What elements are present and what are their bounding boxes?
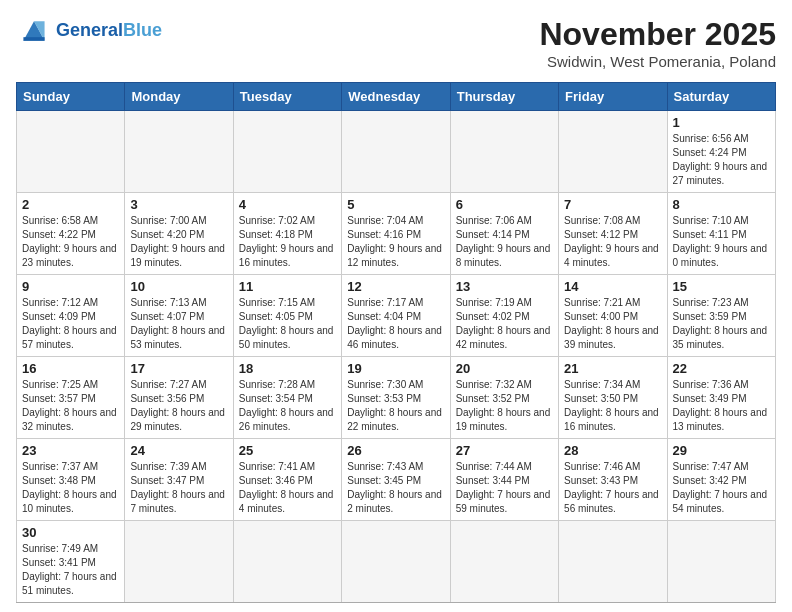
day-info: Sunrise: 7:44 AMSunset: 3:44 PMDaylight:…	[456, 460, 553, 516]
calendar-cell	[450, 111, 558, 193]
calendar-week-5: 23Sunrise: 7:37 AMSunset: 3:48 PMDayligh…	[17, 439, 776, 521]
calendar-cell	[559, 521, 667, 603]
calendar-cell: 14Sunrise: 7:21 AMSunset: 4:00 PMDayligh…	[559, 275, 667, 357]
day-info: Sunrise: 7:37 AMSunset: 3:48 PMDaylight:…	[22, 460, 119, 516]
calendar-cell: 18Sunrise: 7:28 AMSunset: 3:54 PMDayligh…	[233, 357, 341, 439]
day-number: 20	[456, 361, 553, 376]
calendar-cell: 4Sunrise: 7:02 AMSunset: 4:18 PMDaylight…	[233, 193, 341, 275]
calendar-week-2: 2Sunrise: 6:58 AMSunset: 4:22 PMDaylight…	[17, 193, 776, 275]
weekday-header-friday: Friday	[559, 83, 667, 111]
logo-blue-text: Blue	[123, 20, 162, 40]
calendar-cell	[17, 111, 125, 193]
calendar-cell: 2Sunrise: 6:58 AMSunset: 4:22 PMDaylight…	[17, 193, 125, 275]
day-info: Sunrise: 7:04 AMSunset: 4:16 PMDaylight:…	[347, 214, 444, 270]
day-info: Sunrise: 7:36 AMSunset: 3:49 PMDaylight:…	[673, 378, 770, 434]
calendar-cell: 19Sunrise: 7:30 AMSunset: 3:53 PMDayligh…	[342, 357, 450, 439]
day-info: Sunrise: 7:21 AMSunset: 4:00 PMDaylight:…	[564, 296, 661, 352]
calendar-cell: 10Sunrise: 7:13 AMSunset: 4:07 PMDayligh…	[125, 275, 233, 357]
weekday-header-thursday: Thursday	[450, 83, 558, 111]
day-info: Sunrise: 7:46 AMSunset: 3:43 PMDaylight:…	[564, 460, 661, 516]
day-info: Sunrise: 7:47 AMSunset: 3:42 PMDaylight:…	[673, 460, 770, 516]
day-info: Sunrise: 7:28 AMSunset: 3:54 PMDaylight:…	[239, 378, 336, 434]
calendar-cell: 23Sunrise: 7:37 AMSunset: 3:48 PMDayligh…	[17, 439, 125, 521]
day-number: 16	[22, 361, 119, 376]
calendar-cell: 6Sunrise: 7:06 AMSunset: 4:14 PMDaylight…	[450, 193, 558, 275]
day-number: 2	[22, 197, 119, 212]
calendar-week-6: 30Sunrise: 7:49 AMSunset: 3:41 PMDayligh…	[17, 521, 776, 603]
title-block: November 2025 Swidwin, West Pomerania, P…	[539, 16, 776, 70]
logo: GeneralBlue	[16, 16, 162, 46]
day-info: Sunrise: 7:23 AMSunset: 3:59 PMDaylight:…	[673, 296, 770, 352]
location-subtitle: Swidwin, West Pomerania, Poland	[539, 53, 776, 70]
day-info: Sunrise: 7:00 AMSunset: 4:20 PMDaylight:…	[130, 214, 227, 270]
day-info: Sunrise: 7:30 AMSunset: 3:53 PMDaylight:…	[347, 378, 444, 434]
day-number: 25	[239, 443, 336, 458]
day-number: 17	[130, 361, 227, 376]
day-info: Sunrise: 7:34 AMSunset: 3:50 PMDaylight:…	[564, 378, 661, 434]
calendar-cell: 16Sunrise: 7:25 AMSunset: 3:57 PMDayligh…	[17, 357, 125, 439]
day-info: Sunrise: 7:06 AMSunset: 4:14 PMDaylight:…	[456, 214, 553, 270]
day-number: 3	[130, 197, 227, 212]
day-number: 7	[564, 197, 661, 212]
weekday-header-sunday: Sunday	[17, 83, 125, 111]
weekday-header-row: SundayMondayTuesdayWednesdayThursdayFrid…	[17, 83, 776, 111]
month-title: November 2025	[539, 16, 776, 53]
day-info: Sunrise: 7:49 AMSunset: 3:41 PMDaylight:…	[22, 542, 119, 598]
calendar-cell	[233, 111, 341, 193]
calendar-cell: 25Sunrise: 7:41 AMSunset: 3:46 PMDayligh…	[233, 439, 341, 521]
day-number: 27	[456, 443, 553, 458]
calendar-cell: 26Sunrise: 7:43 AMSunset: 3:45 PMDayligh…	[342, 439, 450, 521]
calendar-cell: 13Sunrise: 7:19 AMSunset: 4:02 PMDayligh…	[450, 275, 558, 357]
day-info: Sunrise: 7:12 AMSunset: 4:09 PMDaylight:…	[22, 296, 119, 352]
day-number: 15	[673, 279, 770, 294]
weekday-header-wednesday: Wednesday	[342, 83, 450, 111]
calendar-cell: 30Sunrise: 7:49 AMSunset: 3:41 PMDayligh…	[17, 521, 125, 603]
day-info: Sunrise: 7:27 AMSunset: 3:56 PMDaylight:…	[130, 378, 227, 434]
day-info: Sunrise: 7:19 AMSunset: 4:02 PMDaylight:…	[456, 296, 553, 352]
day-number: 12	[347, 279, 444, 294]
day-number: 18	[239, 361, 336, 376]
calendar-cell: 21Sunrise: 7:34 AMSunset: 3:50 PMDayligh…	[559, 357, 667, 439]
calendar-cell: 7Sunrise: 7:08 AMSunset: 4:12 PMDaylight…	[559, 193, 667, 275]
day-info: Sunrise: 6:58 AMSunset: 4:22 PMDaylight:…	[22, 214, 119, 270]
calendar-cell	[342, 111, 450, 193]
day-info: Sunrise: 7:43 AMSunset: 3:45 PMDaylight:…	[347, 460, 444, 516]
day-number: 6	[456, 197, 553, 212]
day-info: Sunrise: 7:17 AMSunset: 4:04 PMDaylight:…	[347, 296, 444, 352]
calendar-cell: 27Sunrise: 7:44 AMSunset: 3:44 PMDayligh…	[450, 439, 558, 521]
day-number: 23	[22, 443, 119, 458]
day-number: 21	[564, 361, 661, 376]
day-number: 10	[130, 279, 227, 294]
day-number: 4	[239, 197, 336, 212]
day-number: 30	[22, 525, 119, 540]
calendar-cell: 11Sunrise: 7:15 AMSunset: 4:05 PMDayligh…	[233, 275, 341, 357]
calendar-cell: 28Sunrise: 7:46 AMSunset: 3:43 PMDayligh…	[559, 439, 667, 521]
page-header: GeneralBlue November 2025 Swidwin, West …	[16, 16, 776, 70]
weekday-header-tuesday: Tuesday	[233, 83, 341, 111]
calendar-cell: 29Sunrise: 7:47 AMSunset: 3:42 PMDayligh…	[667, 439, 775, 521]
calendar-cell: 5Sunrise: 7:04 AMSunset: 4:16 PMDaylight…	[342, 193, 450, 275]
logo-text: GeneralBlue	[56, 21, 162, 41]
day-info: Sunrise: 7:39 AMSunset: 3:47 PMDaylight:…	[130, 460, 227, 516]
calendar-cell: 20Sunrise: 7:32 AMSunset: 3:52 PMDayligh…	[450, 357, 558, 439]
svg-rect-3	[23, 37, 44, 41]
calendar-cell	[450, 521, 558, 603]
day-number: 1	[673, 115, 770, 130]
day-info: Sunrise: 6:56 AMSunset: 4:24 PMDaylight:…	[673, 132, 770, 188]
day-info: Sunrise: 7:32 AMSunset: 3:52 PMDaylight:…	[456, 378, 553, 434]
calendar-week-1: 1Sunrise: 6:56 AMSunset: 4:24 PMDaylight…	[17, 111, 776, 193]
day-number: 5	[347, 197, 444, 212]
day-info: Sunrise: 7:15 AMSunset: 4:05 PMDaylight:…	[239, 296, 336, 352]
day-number: 19	[347, 361, 444, 376]
calendar-cell: 9Sunrise: 7:12 AMSunset: 4:09 PMDaylight…	[17, 275, 125, 357]
day-info: Sunrise: 7:13 AMSunset: 4:07 PMDaylight:…	[130, 296, 227, 352]
weekday-header-monday: Monday	[125, 83, 233, 111]
day-info: Sunrise: 7:02 AMSunset: 4:18 PMDaylight:…	[239, 214, 336, 270]
calendar-cell: 3Sunrise: 7:00 AMSunset: 4:20 PMDaylight…	[125, 193, 233, 275]
day-info: Sunrise: 7:41 AMSunset: 3:46 PMDaylight:…	[239, 460, 336, 516]
day-number: 28	[564, 443, 661, 458]
calendar-week-4: 16Sunrise: 7:25 AMSunset: 3:57 PMDayligh…	[17, 357, 776, 439]
calendar-cell: 15Sunrise: 7:23 AMSunset: 3:59 PMDayligh…	[667, 275, 775, 357]
day-number: 11	[239, 279, 336, 294]
day-number: 24	[130, 443, 227, 458]
